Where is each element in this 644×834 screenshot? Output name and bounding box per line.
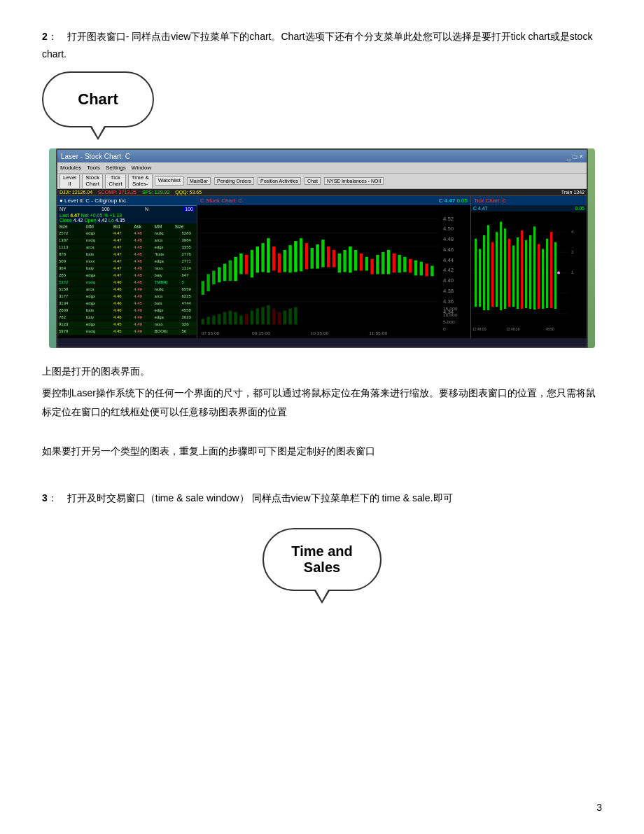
r4-mm1: bats <box>86 251 113 258</box>
r11-mm2: bats <box>155 300 182 307</box>
svg-rect-41 <box>332 250 335 267</box>
menu-settings[interactable]: Settings <box>106 165 126 171</box>
svg-rect-67 <box>239 316 242 325</box>
svg-text:2.: 2. <box>571 251 575 255</box>
r8-s1: 5372 <box>59 279 86 286</box>
svg-rect-63 <box>218 314 220 325</box>
platform-content: ● Level II: C - Citigroup Inc. NY 100 N … <box>57 196 587 338</box>
r8-s2: 5 <box>182 279 196 286</box>
svg-rect-99 <box>508 239 510 307</box>
r11-ask: 4.45 <box>134 300 154 307</box>
r2-bid: 4.47 <box>113 237 134 244</box>
svg-text:10,000: 10,000 <box>443 313 458 318</box>
svg-rect-69 <box>251 311 253 325</box>
section-intro: 打开图表窗口- 同样点击view下拉菜单下的chart。Chart选项下还有个分… <box>42 31 592 60</box>
svg-rect-48 <box>370 259 373 274</box>
r11-mm1: edgx <box>86 300 113 307</box>
svg-rect-109 <box>550 232 552 309</box>
r13-s1: 782 <box>59 314 86 321</box>
svg-rect-18 <box>206 274 209 292</box>
svg-rect-45 <box>354 250 357 271</box>
svg-rect-110 <box>554 242 556 309</box>
r4-bid: 4.47 <box>113 251 134 258</box>
l2-row-11: 3134edgx4.464.45bats4744 <box>57 300 197 307</box>
r3-s1: 1113 <box>59 244 86 251</box>
r6-s2: 1114 <box>182 265 196 272</box>
svg-rect-28 <box>261 244 264 272</box>
svg-rect-64 <box>223 312 226 325</box>
r5-ask: 4.48 <box>134 258 154 265</box>
level2-low: 4.35 <box>115 218 125 223</box>
chart-speech-bubble: Chart <box>42 71 154 127</box>
r12-bid: 4.46 <box>113 307 134 314</box>
svg-rect-101 <box>517 237 519 309</box>
svg-rect-46 <box>360 253 363 271</box>
r13-mm2: edga <box>155 314 182 321</box>
platform-title: Laser - Stock Chart: C <box>61 153 130 160</box>
svg-rect-61 <box>206 317 209 325</box>
r2-ask: 4.48 <box>134 237 154 244</box>
svg-rect-25 <box>245 255 248 274</box>
svg-rect-105 <box>533 227 536 310</box>
menu-window[interactable]: Window <box>132 165 151 171</box>
l2-row-4: 878bats4.474.48*bats2776 <box>57 251 197 258</box>
level2-100: 100 <box>102 207 110 211</box>
svg-text:4.36: 4.36 <box>443 299 454 305</box>
svg-rect-65 <box>229 311 232 325</box>
r15-ask: 4.49 <box>134 328 154 335</box>
r13-bid: 4.46 <box>113 314 134 321</box>
btn-tick-chart[interactable]: Tick Chart <box>105 174 126 189</box>
r9-s1: 5158 <box>59 286 86 293</box>
svg-rect-31 <box>278 253 281 273</box>
r3-bid: 4.47 <box>113 244 134 251</box>
menu-bar[interactable]: Modules Tools Settings Window <box>57 162 587 174</box>
r1-bid: 4.47 <box>113 230 134 237</box>
btn-wl-label1: Watchlist <box>158 178 181 184</box>
ts-bubble-text: Time and Sales <box>291 543 352 576</box>
svg-rect-47 <box>365 257 368 271</box>
r8-bid: 4.46 <box>113 279 134 286</box>
section3-if-text: 如果要打开另一个类型的图表，重复上面的步骤即可下图是定制好的图表窗口 <box>42 442 602 461</box>
menu-modules[interactable]: Modules <box>60 165 81 171</box>
r7-ask: 4.48 <box>134 272 154 279</box>
svg-rect-97 <box>500 222 502 310</box>
svg-rect-39 <box>321 240 324 267</box>
btn-watchlist[interactable]: Watchlist <box>155 176 184 186</box>
r15-mm1: nsdq <box>86 328 113 335</box>
svg-rect-44 <box>349 246 351 272</box>
r7-s2: 647 <box>182 272 196 279</box>
r5-s2: 2771 <box>182 258 196 265</box>
svg-text:12:48:00: 12:48:00 <box>472 328 486 332</box>
tick-svg: 4. 2. 1. 12:48:00 12:48:20 :48:50 <box>471 211 587 334</box>
r6-ask: 4.48 <box>134 265 154 272</box>
svg-rect-58 <box>425 264 428 277</box>
level2-subheader: NY 100 N 100 <box>57 206 197 212</box>
l2-row-3: 1113arca4.474.48edgx3355 <box>57 244 197 251</box>
svg-rect-62 <box>212 316 215 325</box>
svg-rect-56 <box>414 260 417 276</box>
svg-text:4.50: 4.50 <box>443 226 454 232</box>
r8-mm1: nsdq <box>86 279 113 286</box>
col-mm: MM <box>86 223 113 230</box>
level2-header-text: ● Level II: C - Citigroup Inc. <box>59 197 127 204</box>
toolbar-nyse-imb: NYSE Imbalances - NOII <box>324 177 384 185</box>
svg-text:10:35:00: 10:35:00 <box>311 331 330 336</box>
level2-rows: Size MM Bid Ask MM Size 2572edgx4.474.48… <box>57 223 197 335</box>
svg-rect-20 <box>218 267 220 283</box>
btn-time-sales[interactable]: Time & Sales- <box>128 174 153 189</box>
toolbar-left: Level II Stock Chart Tick Chart Time & <box>59 174 184 189</box>
btn-stock-chart[interactable]: Stock Chart <box>82 174 103 189</box>
r15-s2: 50 <box>182 328 196 335</box>
btn-level2[interactable]: Level II <box>59 174 80 189</box>
level2-header: ● Level II: C - Citigroup Inc. <box>57 196 197 206</box>
menu-tools[interactable]: Tools <box>87 165 100 171</box>
r14-s2: 326 <box>182 321 196 328</box>
svg-text:4.44: 4.44 <box>443 258 454 263</box>
svg-rect-36 <box>305 244 308 270</box>
r4-mm2: *bats <box>155 251 182 258</box>
l2-row-12: 2809bats4.464.49edgx4558 <box>57 307 197 314</box>
tick-change: 0.05 <box>575 206 584 211</box>
l2-row-5: 509nsxx4.474.48edga2771 <box>57 258 197 265</box>
level2-pct: +1.13 <box>109 213 122 218</box>
col-ask: Ask <box>134 223 154 230</box>
